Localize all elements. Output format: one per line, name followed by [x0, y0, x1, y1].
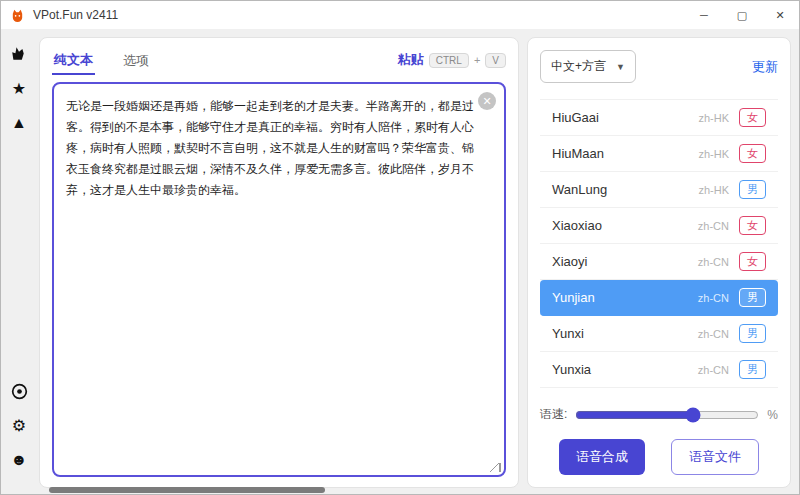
- paste-shortcut: 粘贴 CTRL + V: [398, 51, 506, 69]
- refresh-link[interactable]: 更新: [752, 58, 778, 76]
- main-area: ★ ▲ ⚙ ☻ 纯文本 选项 粘贴 CTRL + V: [1, 29, 799, 494]
- gear-icon[interactable]: ⚙: [12, 418, 26, 434]
- voice-panel: 中文+方言 ▼ 更新 HiuGaai zh-HK 女 HiuMaan zh-HK…: [527, 37, 791, 488]
- sidebar: ★ ▲ ⚙ ☻: [1, 29, 37, 494]
- resize-grip-icon[interactable]: [492, 463, 501, 472]
- voice-locale: zh-CN: [698, 328, 729, 340]
- voice-name: Xiaoyi: [552, 254, 698, 269]
- voice-name: Xiaoxiao: [552, 218, 698, 233]
- triangle-logo-icon[interactable]: ▲: [11, 115, 27, 131]
- synthesize-button[interactable]: 语音合成: [559, 439, 645, 475]
- speed-unit: %: [767, 408, 778, 422]
- text-input[interactable]: 无论是一段婚姻还是再婚，能够一起走到老的才是夫妻。半路离开的，都是过客。得到的不…: [52, 82, 506, 477]
- close-button[interactable]: ✕: [761, 1, 799, 29]
- voice-row-hiumaan[interactable]: HiuMaan zh-HK 女: [540, 136, 778, 172]
- paste-button[interactable]: 粘贴: [398, 51, 424, 69]
- aperture-icon[interactable]: [11, 383, 28, 400]
- star-icon[interactable]: ★: [12, 81, 26, 97]
- voice-locale: zh-HK: [698, 112, 729, 124]
- voice-name: Yunjian: [552, 290, 698, 305]
- textarea-wrap: 无论是一段婚姻还是再婚，能够一起走到老的才是夫妻。半路离开的，都是过客。得到的不…: [52, 82, 506, 477]
- window-controls: ─ ▢ ✕: [685, 1, 799, 29]
- voice-row-xiaoyi[interactable]: Xiaoyi zh-CN 女: [540, 244, 778, 280]
- robot-icon[interactable]: ☻: [11, 452, 28, 468]
- voice-panel-header: 中文+方言 ▼ 更新: [540, 50, 778, 83]
- gender-badge: 男: [739, 360, 766, 379]
- titlebar: VPot.Fun v2411 ─ ▢ ✕: [1, 1, 799, 29]
- voice-name: Yunxi: [552, 326, 698, 341]
- app-window: VPot.Fun v2411 ─ ▢ ✕ ★ ▲ ⚙ ☻: [0, 0, 800, 495]
- voice-locale: zh-CN: [698, 220, 729, 232]
- voice-locale: zh-CN: [698, 256, 729, 268]
- speed-row: 语速: %: [540, 392, 778, 423]
- hand-tool-icon[interactable]: [10, 45, 28, 63]
- action-buttons: 语音合成 语音文件: [540, 439, 778, 475]
- voice-locale: zh-CN: [698, 292, 729, 304]
- maximize-button[interactable]: ▢: [723, 1, 761, 29]
- voice-row-yunxia[interactable]: Yunxia zh-CN 男: [540, 352, 778, 388]
- voice-name: WanLung: [552, 182, 698, 197]
- language-filter-value: 中文+方言: [551, 58, 606, 75]
- minimize-button[interactable]: ─: [685, 1, 723, 29]
- voice-row-wanlung[interactable]: WanLung zh-HK 男: [540, 172, 778, 208]
- voice-row-yunjian[interactable]: Yunjian zh-CN 男: [540, 280, 778, 316]
- voice-locale: zh-CN: [698, 364, 729, 376]
- gender-badge: 女: [739, 144, 766, 163]
- gender-badge: 女: [739, 252, 766, 271]
- voice-file-button[interactable]: 语音文件: [671, 439, 759, 475]
- voice-name: HiuGaai: [552, 110, 698, 125]
- speed-slider[interactable]: [575, 408, 759, 422]
- voice-row-hiugaai[interactable]: HiuGaai zh-HK 女: [540, 100, 778, 136]
- gender-badge: 女: [739, 108, 766, 127]
- gender-badge: 男: [739, 180, 766, 199]
- content: 纯文本 选项 粘贴 CTRL + V 无论是一段婚姻还是再婚，能够一起走到老的才…: [37, 29, 799, 494]
- tabs-row: 纯文本 选项 粘贴 CTRL + V: [52, 44, 506, 76]
- clear-text-button[interactable]: ✕: [478, 92, 496, 110]
- chevron-down-icon: ▼: [616, 62, 625, 72]
- voice-list: HiuGaai zh-HK 女 HiuMaan zh-HK 女 WanLung …: [540, 99, 778, 392]
- voice-locale: zh-HK: [698, 184, 729, 196]
- horizontal-scrollbar[interactable]: [49, 487, 325, 493]
- gender-badge: 女: [739, 216, 766, 235]
- tab-plain-text[interactable]: 纯文本: [52, 45, 95, 75]
- app-icon: [10, 8, 25, 23]
- gender-badge: 男: [739, 288, 766, 307]
- voice-row-yunxi[interactable]: Yunxi zh-CN 男: [540, 316, 778, 352]
- voice-name: HiuMaan: [552, 146, 698, 161]
- tab-options[interactable]: 选项: [121, 46, 151, 74]
- voice-name: Yunxia: [552, 362, 698, 377]
- voice-row-xiaoxiao[interactable]: Xiaoxiao zh-CN 女: [540, 208, 778, 244]
- plus-sign: +: [474, 54, 480, 66]
- speed-label: 语速:: [540, 406, 567, 423]
- text-editor-panel: 纯文本 选项 粘贴 CTRL + V 无论是一段婚姻还是再婚，能够一起走到老的才…: [39, 37, 519, 488]
- voice-locale: zh-HK: [698, 148, 729, 160]
- v-key-badge: V: [485, 53, 506, 68]
- language-filter-select[interactable]: 中文+方言 ▼: [540, 50, 636, 83]
- ctrl-key-badge: CTRL: [429, 53, 469, 68]
- gender-badge: 男: [739, 324, 766, 343]
- window-title: VPot.Fun v2411: [33, 8, 118, 22]
